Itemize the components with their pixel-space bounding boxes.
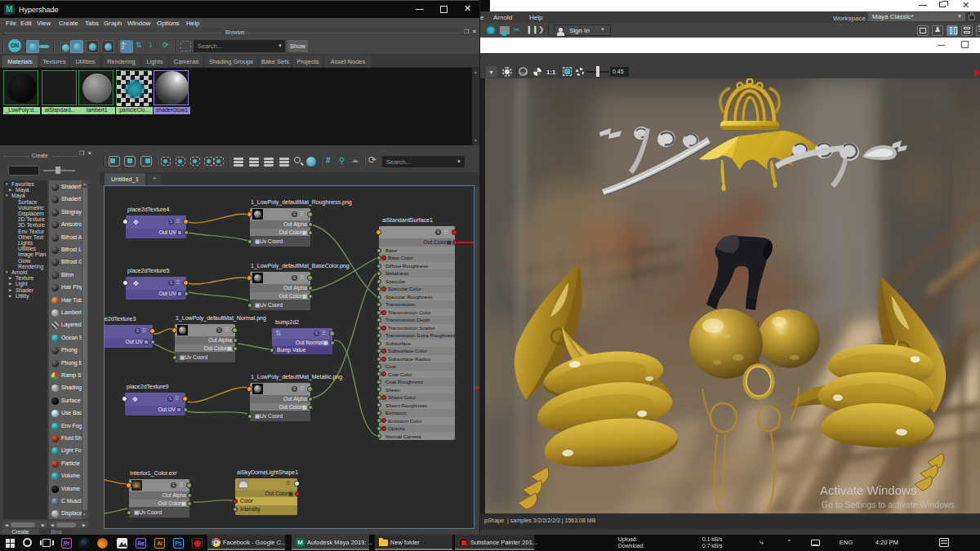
- svg-text:Activate Windows: Activate Windows: [820, 483, 916, 497]
- svg-text:Go to Settings to activate Win: Go to Settings to activate Windows.: [822, 500, 957, 509]
